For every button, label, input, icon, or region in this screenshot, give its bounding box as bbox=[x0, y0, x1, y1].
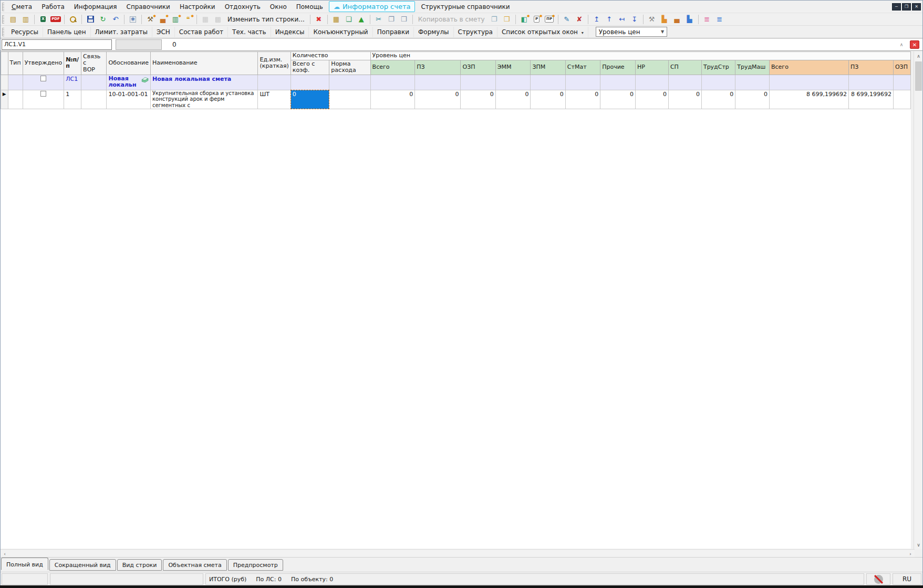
cell-sel[interactable] bbox=[1, 75, 8, 90]
cell-ozp[interactable] bbox=[893, 75, 910, 90]
column-header-lvl_total[interactable]: Всего bbox=[370, 60, 415, 75]
line-down-icon-button[interactable]: ↧ bbox=[628, 14, 641, 25]
collapse-formula-icon[interactable]: ∧ bbox=[897, 42, 906, 47]
horizontal-scrollbar[interactable]: ‹ › bbox=[1, 549, 915, 557]
cell-num[interactable]: 1 bbox=[64, 90, 81, 109]
approved-checkbox[interactable] bbox=[40, 91, 46, 97]
cell-qty_norm[interactable] bbox=[329, 75, 370, 90]
price-level-combobox[interactable]: Уровень цен ▼ bbox=[596, 27, 667, 37]
cell-lvl_trudstr[interactable] bbox=[701, 75, 735, 90]
maximize-button[interactable]: ❐ bbox=[902, 3, 911, 10]
edit-structure-icon-button[interactable]: ✎ bbox=[561, 14, 573, 25]
cell-vor[interactable] bbox=[81, 90, 107, 109]
cell-lvl_trudmash[interactable]: 0 bbox=[735, 90, 770, 109]
panel-button-0[interactable]: Ресурсы bbox=[7, 27, 43, 37]
language-indicator[interactable]: RU bbox=[893, 573, 921, 585]
panel-button-9[interactable]: Формулы bbox=[414, 27, 454, 37]
cell-qty_coef[interactable] bbox=[291, 75, 329, 90]
column-header-qty_coef[interactable]: Всего с коэф. bbox=[291, 60, 329, 75]
column-header-ozp[interactable]: ОЗП bbox=[893, 60, 910, 75]
cell-sel[interactable]: ▶ bbox=[1, 90, 8, 109]
column-header-lvl_pz[interactable]: ПЗ bbox=[415, 60, 461, 75]
cell-lvl_nr[interactable]: 0 bbox=[635, 90, 668, 109]
undo-icon-button[interactable]: ↶ bbox=[109, 14, 122, 25]
cell-lvl_total[interactable]: 0 bbox=[370, 90, 415, 109]
cell-lvl_total[interactable] bbox=[370, 75, 415, 90]
cell-lvl_pz[interactable] bbox=[415, 75, 461, 90]
cell-approved[interactable] bbox=[23, 75, 64, 90]
toolbar-grip[interactable] bbox=[2, 15, 4, 24]
cell-lvl_trudstr[interactable]: 0 bbox=[701, 90, 735, 109]
truck-icon-button[interactable]: ▙ bbox=[658, 14, 671, 25]
column-header-lvl_stmat[interactable]: СтМат bbox=[565, 60, 600, 75]
cell-lvl_stmat[interactable] bbox=[565, 75, 600, 90]
column-header-lvl_sp[interactable]: СП bbox=[668, 60, 701, 75]
column-header-basis[interactable]: Обоснование bbox=[107, 52, 150, 75]
panel-button-5[interactable]: Тех. часть bbox=[228, 27, 271, 37]
copy-folder-icon-button[interactable]: ❒ bbox=[501, 14, 513, 25]
insert-doc-icon-button[interactable]: ❏ bbox=[343, 14, 355, 25]
works-hammer-icon-button[interactable]: ⚒ bbox=[646, 14, 658, 25]
column-header-vor[interactable]: Связь с ВОР bbox=[81, 52, 107, 75]
menu-item-5[interactable]: Отдохнуть bbox=[220, 2, 265, 12]
cell-lvl_emm[interactable]: 0 bbox=[495, 90, 531, 109]
menu-item-4[interactable]: Настройки bbox=[175, 2, 220, 12]
unlock-asterisk-icon-button[interactable]: ✱ bbox=[127, 14, 139, 25]
cell-reference-box[interactable]: ЛС1.V1 bbox=[2, 39, 112, 50]
menu-item-1[interactable]: Работа bbox=[37, 2, 69, 12]
menu-item-3[interactable]: Справочники bbox=[122, 2, 175, 12]
cell-pz[interactable] bbox=[849, 75, 894, 90]
cell-unit[interactable] bbox=[258, 75, 291, 90]
cell-lvl_nr[interactable] bbox=[635, 75, 668, 90]
cell-pz[interactable]: 8 699,199692 bbox=[849, 90, 894, 109]
copy-sheets-icon-button[interactable]: ❐ bbox=[488, 14, 501, 25]
scroll-down-icon[interactable]: ∨ bbox=[914, 540, 923, 549]
cell-total[interactable]: 8 699,199692 bbox=[769, 90, 848, 109]
view-tab-3[interactable]: Объектная смета bbox=[163, 559, 226, 571]
column-header-lvl_trudmash[interactable]: ТрудМаш bbox=[735, 60, 770, 75]
add-material-icon-button[interactable]: ▄✱ bbox=[157, 14, 169, 25]
cell-name[interactable]: Укрупнительная сборка и установка констр… bbox=[150, 90, 258, 109]
toolbar-grip[interactable] bbox=[2, 28, 4, 36]
scroll-right-icon[interactable]: › bbox=[906, 550, 915, 558]
view-tab-2[interactable]: Вид строки bbox=[117, 559, 162, 571]
save-icon-button[interactable] bbox=[84, 14, 97, 25]
pink-book-icon-button[interactable]: ≣ bbox=[701, 14, 713, 25]
cell-unit[interactable]: ШТ bbox=[258, 90, 291, 109]
column-header-lvl_trudstr[interactable]: ТрудСтр bbox=[701, 60, 735, 75]
column-header-lvl_emm[interactable]: ЭММ bbox=[495, 60, 531, 75]
formula-input[interactable]: 0 bbox=[162, 41, 897, 48]
scroll-up-icon[interactable]: ∧ bbox=[914, 51, 923, 60]
truck-materials-icon-button[interactable]: ▙ bbox=[683, 14, 696, 25]
column-header-qty_norm[interactable]: Норма расхода bbox=[329, 60, 370, 75]
vertical-scroll-thumb[interactable] bbox=[915, 61, 922, 91]
cell-qty_coef[interactable]: 0 bbox=[291, 90, 329, 109]
add-r-icon-button[interactable]: Р✱ bbox=[531, 14, 543, 25]
calculator-icon-button[interactable]: ▦ bbox=[330, 14, 343, 25]
menu-item-2[interactable]: Информация bbox=[69, 2, 122, 12]
cell-ozp[interactable] bbox=[893, 90, 910, 109]
view-tab-0[interactable]: Полный вид bbox=[1, 558, 48, 570]
cell-approved[interactable] bbox=[23, 90, 64, 109]
bricks-icon-button[interactable]: ▄ bbox=[671, 14, 683, 25]
add-comment-icon-button[interactable]: ❝✱ bbox=[182, 14, 194, 25]
column-header-unit[interactable]: Ед.изм. (краткая) bbox=[258, 52, 291, 75]
cell-basis[interactable]: Новая локальн bbox=[107, 75, 150, 90]
cell-lvl_zpm[interactable] bbox=[531, 75, 565, 90]
scroll-left-icon[interactable]: ‹ bbox=[1, 550, 9, 558]
add-equipment-icon-button[interactable]: ▥✱ bbox=[169, 14, 182, 25]
cell-basis[interactable]: 10-01-001-01 bbox=[107, 90, 150, 109]
cell-lvl_ozp[interactable]: 0 bbox=[461, 90, 495, 109]
panel-button-2[interactable]: Лимит. затраты bbox=[91, 27, 152, 37]
column-header-num[interactable]: №п/п bbox=[64, 52, 81, 75]
toolbar-grip[interactable] bbox=[2, 3, 4, 11]
cell-lvl_stmat[interactable]: 0 bbox=[565, 90, 600, 109]
panel-button-6[interactable]: Индексы bbox=[271, 27, 309, 37]
line-first-icon-button[interactable]: ↥ bbox=[590, 14, 603, 25]
add-pr-icon-button[interactable]: ПР✱ bbox=[543, 14, 556, 25]
cell-lvl_zpm[interactable]: 0 bbox=[531, 90, 565, 109]
delete-row-icon-button[interactable]: ✖ bbox=[313, 14, 325, 25]
chevron-down-icon[interactable]: ▼ bbox=[659, 29, 667, 34]
approved-checkbox[interactable] bbox=[40, 76, 46, 81]
panel-button-1[interactable]: Панель цен bbox=[43, 27, 91, 37]
